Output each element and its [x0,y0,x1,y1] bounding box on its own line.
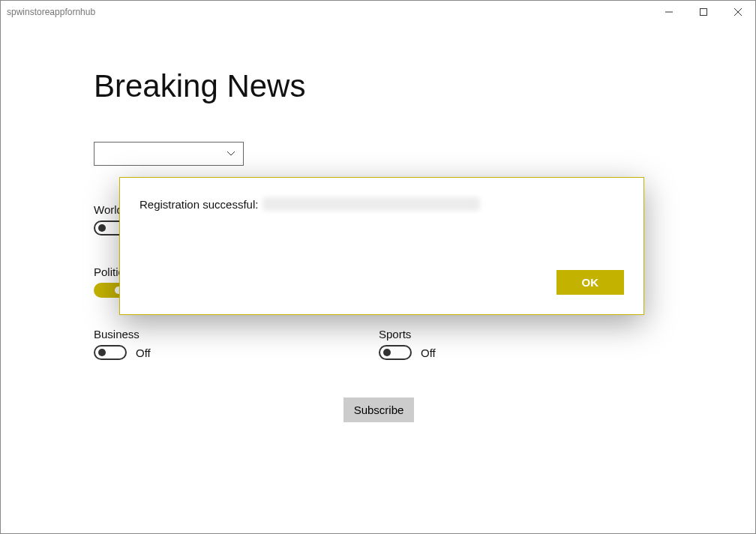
toggle-item-business: Business Off [94,328,379,360]
window-controls [652,1,755,23]
close-icon [734,8,742,16]
subscribe-button[interactable]: Subscribe [344,398,415,422]
ok-button[interactable]: OK [556,270,625,295]
toggle-switch-business[interactable] [94,345,127,360]
subscribe-area: Subscribe [94,398,664,422]
close-button[interactable] [721,1,755,23]
window-title: spwinstoreappfornhub [7,7,95,17]
toggle-label: Business [94,328,379,340]
toggle-knob [98,349,106,356]
chevron-down-icon [226,151,236,157]
minimize-button[interactable] [652,1,686,23]
toggle-item-sports: Sports Off [379,328,664,360]
toggle-knob [383,349,391,356]
registration-dialog: Registration successful: OK [119,177,644,315]
maximize-icon [700,8,707,16]
toggle-knob [98,224,106,232]
toggle-state: Off [136,346,151,359]
toggle-label: Sports [379,328,664,340]
toggle-switch-sports[interactable] [379,345,412,360]
minimize-icon [665,8,673,16]
page-title: Breaking News [94,68,662,104]
dialog-actions: OK [556,270,625,295]
toggle-state: Off [421,346,436,359]
dialog-message-row: Registration successful: [140,197,624,211]
titlebar: spwinstoreappfornhub [1,1,755,23]
app-window: spwinstoreappfornhub Breaking News World [0,0,756,534]
svg-rect-1 [700,9,707,16]
maximize-button[interactable] [686,1,721,23]
dialog-message: Registration successful: [140,198,258,211]
category-dropdown[interactable] [94,142,244,166]
redacted-text [262,197,480,211]
